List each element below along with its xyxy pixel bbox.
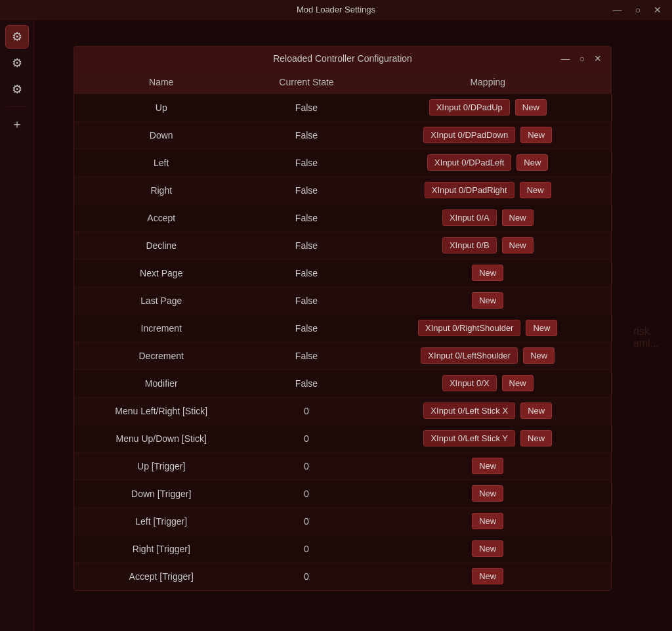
row-state: False	[248, 177, 364, 204]
new-mapping-button[interactable]: New	[472, 568, 503, 584]
mapping-cell: New	[375, 458, 601, 474]
row-state: False	[248, 342, 364, 370]
new-mapping-button[interactable]: New	[516, 154, 548, 171]
table-row: Right [Trigger]0New	[74, 535, 611, 563]
new-mapping-button[interactable]: New	[523, 347, 555, 364]
row-name: Up	[74, 94, 248, 121]
modal-minimize-btn[interactable]: —	[561, 53, 570, 64]
mapping-cell: XInput 0/ANew	[375, 209, 601, 226]
mapping-badge[interactable]: XInput 0/DPadDown	[423, 127, 515, 143]
row-name: Decrement	[74, 342, 248, 370]
new-mapping-button[interactable]: New	[520, 403, 552, 419]
row-mapping: XInput 0/ANew	[365, 204, 612, 232]
app-close-btn[interactable]: ✕	[651, 5, 664, 15]
new-mapping-button[interactable]: New	[520, 430, 552, 446]
mapping-badge[interactable]: XInput 0/DPadRight	[425, 182, 514, 198]
mapping-cell: XInput 0/Left Stick XNew	[375, 403, 601, 419]
row-state: 0	[248, 563, 364, 590]
mapping-cell: XInput 0/RightShoulderNew	[375, 320, 601, 336]
row-mapping: XInput 0/LeftShoulderNew	[365, 342, 612, 370]
table-scroll-container[interactable]: Name Current State Mapping UpFalseXInput…	[74, 70, 611, 590]
table-row: Last PageFalseNew	[74, 287, 611, 315]
row-name: Left [Trigger]	[74, 508, 248, 535]
sidebar-icon-settings-active[interactable]: ⚙	[5, 25, 29, 49]
mapping-badge[interactable]: XInput 0/Left Stick Y	[423, 430, 515, 446]
mapping-cell: New	[375, 568, 601, 584]
row-mapping: XInput 0/DPadDownNew	[365, 121, 612, 149]
config-table: Name Current State Mapping UpFalseXInput…	[74, 70, 611, 590]
new-mapping-button[interactable]: New	[520, 182, 551, 198]
row-mapping: New	[365, 563, 612, 590]
row-state: False	[248, 121, 364, 149]
app-title-bar: Mod Loader Settings — ○ ✕	[0, 0, 672, 20]
new-mapping-button[interactable]: New	[472, 458, 503, 474]
mapping-badge[interactable]: XInput 0/LeftShoulder	[421, 347, 518, 364]
row-mapping: New	[365, 287, 612, 315]
mapping-cell: XInput 0/DPadRightNew	[375, 182, 601, 198]
table-row: Down [Trigger]0New	[74, 480, 611, 508]
mapping-badge[interactable]: XInput 0/A	[442, 209, 497, 226]
row-name: Decline	[74, 232, 248, 259]
new-mapping-button[interactable]: New	[520, 127, 552, 143]
table-body: UpFalseXInput 0/DPadUpNewDownFalseXInput…	[74, 94, 611, 590]
new-mapping-button[interactable]: New	[472, 540, 503, 557]
new-mapping-button[interactable]: New	[502, 209, 534, 226]
new-mapping-button[interactable]: New	[472, 485, 503, 502]
mapping-cell: XInput 0/DPadUpNew	[375, 99, 601, 116]
mapping-badge[interactable]: XInput 0/RightShoulder	[418, 320, 520, 336]
row-name: Right	[74, 177, 248, 204]
row-name: Next Page	[74, 259, 248, 287]
new-mapping-button[interactable]: New	[472, 265, 503, 281]
table-row: Next PageFalseNew	[74, 259, 611, 287]
content-area: risk. aml... Reloaded Controller Configu…	[34, 20, 672, 631]
table-row: IncrementFalseXInput 0/RightShoulderNew	[74, 315, 611, 342]
modal-maximize-btn[interactable]: ○	[579, 53, 585, 64]
row-name: Accept [Trigger]	[74, 563, 248, 590]
sidebar-icon-gear[interactable]: ⚙	[5, 51, 29, 75]
bg-hint: risk. aml...	[633, 326, 659, 349]
app-maximize-btn[interactable]: ○	[633, 5, 643, 15]
table-row: Menu Left/Right [Stick]0XInput 0/Left St…	[74, 397, 611, 425]
row-mapping: XInput 0/DPadUpNew	[365, 94, 612, 121]
mapping-badge[interactable]: XInput 0/B	[442, 237, 497, 253]
modal-title-bar: Reloaded Controller Configuration — ○ ✕	[74, 47, 611, 70]
table-header: Name Current State Mapping	[74, 70, 611, 94]
sidebar-icon-config[interactable]: ⚙	[5, 77, 29, 101]
row-state: False	[248, 370, 364, 397]
row-name: Modifier	[74, 370, 248, 397]
new-mapping-button[interactable]: New	[472, 513, 503, 529]
row-name: Right [Trigger]	[74, 535, 248, 563]
app-minimize-btn[interactable]: —	[610, 5, 625, 15]
sidebar-divider	[7, 106, 27, 107]
mapping-cell: XInput 0/Left Stick YNew	[375, 430, 601, 446]
modal-title: Reloaded Controller Configuration	[273, 53, 412, 64]
row-name: Last Page	[74, 287, 248, 315]
mapping-badge[interactable]: XInput 0/DPadLeft	[427, 154, 511, 171]
row-state: False	[248, 259, 364, 287]
row-name: Increment	[74, 315, 248, 342]
row-name: Down [Trigger]	[74, 480, 248, 508]
new-mapping-button[interactable]: New	[472, 292, 503, 309]
sidebar-icon-add[interactable]: ＋	[5, 112, 29, 136]
new-mapping-button[interactable]: New	[502, 375, 534, 391]
new-mapping-button[interactable]: New	[526, 320, 557, 336]
table-row: DownFalseXInput 0/DPadDownNew	[74, 121, 611, 149]
mapping-cell: New	[375, 292, 601, 309]
row-state: 0	[248, 508, 364, 535]
modal-close-btn[interactable]: ✕	[594, 53, 602, 64]
row-state: False	[248, 94, 364, 121]
new-mapping-button[interactable]: New	[502, 237, 534, 253]
mapping-badge[interactable]: XInput 0/DPadUp	[429, 99, 510, 116]
row-mapping: XInput 0/Left Stick XNew	[365, 397, 612, 425]
mapping-badge[interactable]: XInput 0/Left Stick X	[423, 403, 515, 419]
mapping-badge[interactable]: XInput 0/X	[442, 375, 497, 391]
new-mapping-button[interactable]: New	[515, 99, 547, 116]
table-row: Accept [Trigger]0New	[74, 563, 611, 590]
sidebar: ⚙ ⚙ ⚙ ＋	[0, 20, 34, 631]
row-state: False	[248, 315, 364, 342]
mapping-cell: New	[375, 485, 601, 502]
table-row: AcceptFalseXInput 0/ANew	[74, 204, 611, 232]
row-mapping: XInput 0/RightShoulderNew	[365, 315, 612, 342]
mapping-cell: XInput 0/DPadLeftNew	[375, 154, 601, 171]
table-row: Up [Trigger]0New	[74, 452, 611, 480]
